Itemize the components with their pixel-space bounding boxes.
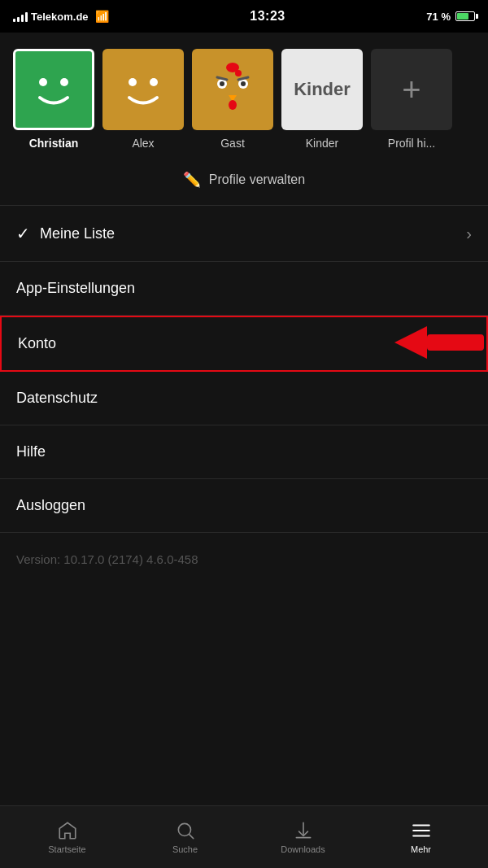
- profiles-section: Christian Alex: [0, 33, 488, 158]
- status-bar: Telekom.de 📶 13:23 71 %: [0, 0, 488, 33]
- nav-item-suche[interactable]: Suche: [126, 820, 244, 854]
- nav-item-downloads[interactable]: Downloads: [244, 820, 362, 854]
- svg-line-11: [217, 77, 227, 80]
- menu-item-label-hilfe: Hilfe: [16, 443, 46, 460]
- profile-name-kinder: Kinder: [306, 137, 338, 150]
- menu-item-label-meine-liste: Meine Liste: [40, 225, 115, 242]
- menu-item-meine-liste[interactable]: ✓ Meine Liste ›: [0, 206, 488, 262]
- menu-section: ✓ Meine Liste › App-Einstellungen Konto …: [0, 206, 488, 586]
- svg-line-18: [189, 835, 193, 839]
- profile-avatar-add[interactable]: +: [371, 49, 452, 130]
- nav-label-startseite: Startseite: [48, 844, 85, 854]
- svg-point-10: [241, 81, 246, 86]
- gast-avatar-icon: [204, 61, 261, 118]
- profile-avatar-kinder[interactable]: Kinder: [281, 49, 363, 130]
- svg-point-17: [178, 823, 190, 835]
- signal-icon: [13, 11, 28, 22]
- menu-item-hilfe[interactable]: Hilfe: [0, 425, 488, 479]
- profile-gast[interactable]: Gast: [192, 49, 273, 150]
- svg-point-8: [220, 81, 224, 86]
- konto-wrapper: Konto: [0, 316, 488, 372]
- manage-profiles-text: Profile verwalten: [209, 172, 305, 187]
- svg-line-12: [238, 77, 248, 80]
- profile-add[interactable]: + Profil hi...: [371, 49, 452, 150]
- menu-item-label-konto: Konto: [18, 335, 56, 352]
- carrier-name: Telekom.de: [31, 11, 89, 23]
- svg-marker-16: [394, 326, 427, 359]
- svg-point-2: [129, 78, 137, 86]
- alex-avatar-icon: [115, 61, 172, 118]
- battery-icon: [455, 11, 475, 21]
- profile-name-gast: Gast: [220, 137, 245, 150]
- add-profile-icon: +: [402, 72, 420, 108]
- manage-profiles-section[interactable]: ✏️ Profile verwalten: [0, 158, 488, 206]
- nav-item-startseite[interactable]: Startseite: [8, 820, 126, 854]
- profile-christian[interactable]: Christian: [13, 49, 94, 150]
- status-left: Telekom.de 📶: [13, 10, 109, 23]
- chevron-right-icon: ›: [466, 225, 472, 243]
- profile-avatar-christian[interactable]: [13, 49, 94, 130]
- profile-name-alex: Alex: [132, 137, 154, 150]
- profile-avatar-alex[interactable]: [102, 49, 184, 130]
- nav-item-mehr[interactable]: Mehr: [362, 820, 480, 854]
- home-icon: [57, 820, 78, 841]
- red-arrow-icon: [390, 318, 488, 367]
- status-time: 13:23: [250, 9, 285, 24]
- svg-point-0: [39, 78, 47, 86]
- profile-name-add: Profil hi...: [388, 137, 435, 150]
- profile-alex[interactable]: Alex: [102, 49, 184, 150]
- battery-percent: 71 %: [426, 11, 451, 23]
- red-arrow-indicator: [390, 318, 488, 370]
- check-icon: ✓: [16, 224, 30, 243]
- menu-icon: [411, 820, 432, 841]
- svg-point-6: [229, 100, 237, 110]
- pencil-icon: ✏️: [183, 171, 201, 189]
- christian-avatar-icon: [25, 61, 82, 118]
- nav-label-mehr: Mehr: [411, 844, 431, 854]
- svg-point-1: [60, 78, 68, 86]
- kinder-label-text: Kinder: [294, 81, 351, 98]
- profile-avatar-gast[interactable]: [192, 49, 273, 130]
- nav-label-downloads: Downloads: [281, 844, 325, 854]
- svg-rect-15: [427, 334, 484, 351]
- profile-kinder[interactable]: Kinder Kinder: [281, 49, 363, 150]
- status-right: 71 %: [426, 11, 475, 23]
- menu-item-ausloggen[interactable]: Ausloggen: [0, 479, 488, 533]
- nav-label-suche: Suche: [172, 844, 198, 854]
- version-text: Version: 10.17.0 (2174) 4.6.0-458: [16, 552, 198, 566]
- version-text-container: Version: 10.17.0 (2174) 4.6.0-458: [0, 533, 488, 586]
- wifi-icon: 📶: [95, 10, 109, 23]
- menu-item-app-einstellungen[interactable]: App-Einstellungen: [0, 262, 488, 316]
- menu-item-label-datenschutz: Datenschutz: [16, 390, 98, 407]
- menu-item-datenschutz[interactable]: Datenschutz: [0, 372, 488, 425]
- search-icon: [175, 820, 196, 841]
- downloads-icon: [293, 820, 314, 841]
- bottom-navigation: Startseite Suche Downloads Mehr: [0, 805, 488, 868]
- profile-name-christian: Christian: [29, 137, 79, 150]
- svg-point-14: [235, 70, 242, 76]
- menu-item-label-app-einstellungen: App-Einstellungen: [16, 280, 135, 297]
- menu-item-label-ausloggen: Ausloggen: [16, 497, 85, 514]
- svg-point-3: [150, 78, 158, 86]
